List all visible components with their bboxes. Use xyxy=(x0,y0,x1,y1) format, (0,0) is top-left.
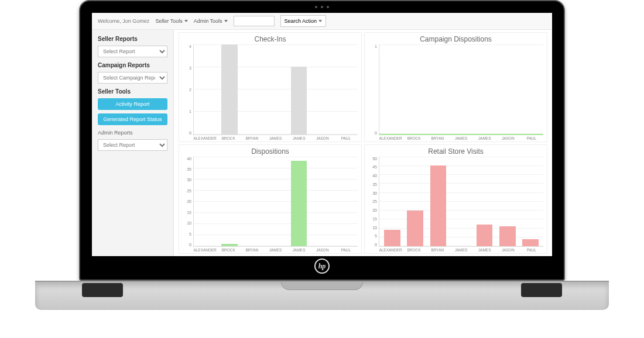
x-tick: JAMES xyxy=(473,247,496,252)
admin-reports-select[interactable]: Select Report xyxy=(98,139,167,151)
x-tick: PAUL xyxy=(520,135,543,140)
bar-col xyxy=(241,157,264,247)
y-tick: 5 xyxy=(183,232,191,236)
seller-tools-label: Seller Tools xyxy=(155,18,182,24)
y-tick: 25 xyxy=(183,189,191,193)
bar-col xyxy=(334,157,357,247)
bar xyxy=(407,211,423,246)
chart-title: Check-Ins xyxy=(183,35,358,43)
y-tick: 10 xyxy=(368,226,377,230)
x-tick: JAMES xyxy=(473,135,496,140)
plot-area xyxy=(379,157,543,247)
bar xyxy=(384,230,400,246)
search-action-label: Search Action xyxy=(285,18,317,24)
bar-col xyxy=(403,44,426,134)
bar xyxy=(477,225,493,246)
y-tick: 1 xyxy=(368,44,377,49)
x-tick: ALEXANDER xyxy=(379,135,402,140)
plot-area xyxy=(193,44,358,135)
bar-col xyxy=(287,157,310,247)
bar-col xyxy=(264,157,287,247)
bar-col xyxy=(310,44,333,134)
plot-area xyxy=(193,157,358,247)
bar-col xyxy=(381,44,403,134)
generated-report-status-button[interactable]: Generated Report Status xyxy=(98,113,167,125)
bar-col xyxy=(195,44,218,134)
search-input[interactable] xyxy=(234,16,275,26)
y-tick: 0 xyxy=(183,243,191,247)
x-tick: BRYAN xyxy=(240,135,263,140)
x-tick: BRYAN xyxy=(240,247,263,252)
chart-area: 43210 xyxy=(183,44,358,135)
chart-panel-retail_visits: Retail Store Visits50454035302520151050A… xyxy=(364,144,547,254)
bar-col xyxy=(403,157,426,247)
bar-col xyxy=(496,44,519,134)
laptop-hinge xyxy=(35,281,609,310)
chevron-down-icon xyxy=(318,20,322,22)
chart-panel-campaign_dispositions: Campaign Dispositions10ALEXANDERBROCKBRY… xyxy=(364,32,547,142)
x-tick: BROCK xyxy=(402,247,426,252)
admin-tools-label: Admin Tools xyxy=(194,18,222,24)
chart-panel-dispositions: Dispositions4035302520151050ALEXANDERBRO… xyxy=(179,144,362,254)
y-tick: 25 xyxy=(368,199,377,204)
bar-col xyxy=(427,157,450,247)
seller-tools-menu[interactable]: Seller Tools xyxy=(155,18,187,24)
y-tick: 4 xyxy=(183,44,191,49)
bar-col xyxy=(473,157,496,247)
y-axis: 10 xyxy=(368,44,379,135)
x-tick: BROCK xyxy=(217,135,240,140)
x-tick: JAMES xyxy=(287,135,311,140)
chevron-down-icon xyxy=(224,20,228,22)
bar-col xyxy=(427,44,450,134)
chart-title: Retail Store Visits xyxy=(368,147,543,156)
bar-col xyxy=(334,44,357,134)
bar-col xyxy=(473,44,496,134)
y-tick: 0 xyxy=(183,131,191,135)
seller-reports-heading: Seller Reports xyxy=(98,36,167,42)
y-axis: 50454035302520151050 xyxy=(368,157,379,247)
y-tick: 35 xyxy=(368,182,377,187)
bar xyxy=(499,226,516,246)
search-action-button[interactable]: Search Action xyxy=(280,15,327,27)
y-tick: 15 xyxy=(368,217,377,221)
y-tick: 2 xyxy=(183,88,191,92)
activity-report-button[interactable]: Activity Report xyxy=(98,98,167,110)
admin-tools-menu[interactable]: Admin Tools xyxy=(194,18,228,24)
bar-col xyxy=(450,157,472,247)
chevron-down-icon xyxy=(184,20,188,22)
x-tick: PAUL xyxy=(334,247,358,252)
chart-area: 4035302520151050 xyxy=(183,157,358,247)
y-tick: 1 xyxy=(183,109,191,113)
y-tick: 10 xyxy=(183,221,191,225)
bar-col xyxy=(496,157,519,247)
bar-col xyxy=(519,44,542,134)
chart-title: Dispositions xyxy=(183,147,358,156)
x-tick: JAMES xyxy=(449,247,472,252)
bar xyxy=(430,165,447,246)
plot-area xyxy=(379,44,543,135)
bar-col xyxy=(241,44,264,134)
campaign-reports-select[interactable]: Select Campaign Report xyxy=(98,72,167,84)
chart-area: 10 xyxy=(368,44,543,135)
y-tick: 30 xyxy=(368,191,377,195)
app-screen: Welcome, Jon Gomez Seller Tools Admin To… xyxy=(92,13,552,256)
x-tick: ALEXANDER xyxy=(379,247,402,252)
sidebar: Seller Reports Select Report Campaign Re… xyxy=(92,30,174,256)
bar-col xyxy=(519,157,542,247)
bar xyxy=(221,244,238,246)
x-tick: ALEXANDER xyxy=(193,135,217,140)
camera-notch xyxy=(304,5,340,9)
bar-col xyxy=(264,44,287,134)
y-tick: 15 xyxy=(183,211,191,215)
x-tick: BROCK xyxy=(217,247,240,252)
x-axis: ALEXANDERBROCKBRYANJAMESJAMESJASONPAUL xyxy=(193,247,358,252)
seller-reports-select[interactable]: Select Report xyxy=(98,46,167,57)
y-tick: 40 xyxy=(368,174,377,178)
admin-reports-heading: Admin Reports xyxy=(98,130,167,136)
bar-col xyxy=(195,157,218,247)
y-tick: 3 xyxy=(183,66,191,70)
chart-area: 50454035302520151050 xyxy=(368,157,543,247)
y-tick: 20 xyxy=(368,208,377,212)
x-tick: BRYAN xyxy=(426,135,449,140)
bar xyxy=(522,239,539,246)
